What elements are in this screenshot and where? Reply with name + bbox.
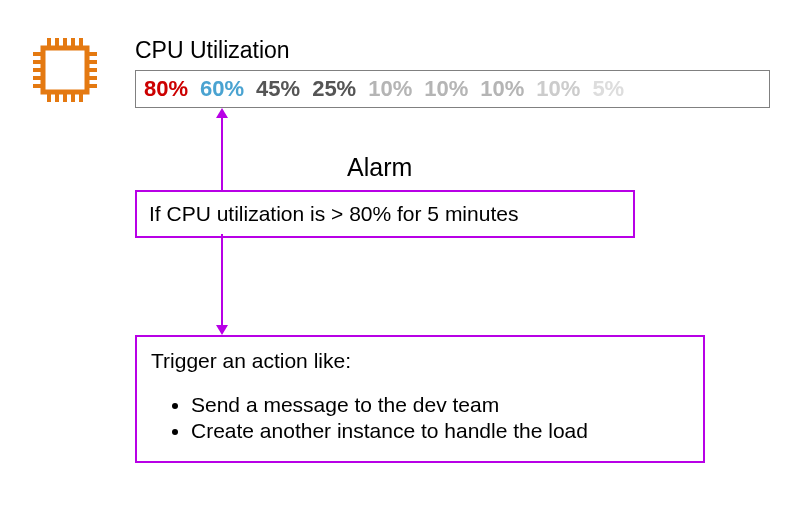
arrow-up-icon bbox=[216, 108, 228, 190]
action-item: Create another instance to handle the lo… bbox=[191, 419, 689, 443]
utilization-box: 80%60%45%25%10%10%10%10%5% bbox=[135, 70, 770, 108]
arrow-down-icon bbox=[216, 234, 228, 335]
utilization-value: 60% bbox=[200, 76, 244, 102]
utilization-value: 10% bbox=[536, 76, 580, 102]
alarm-label: Alarm bbox=[347, 153, 412, 182]
action-intro: Trigger an action like: bbox=[151, 349, 689, 373]
svg-marker-24 bbox=[216, 325, 228, 335]
alarm-condition-text: If CPU utilization is > 80% for 5 minute… bbox=[149, 202, 518, 225]
utilization-value: 10% bbox=[480, 76, 524, 102]
utilization-value: 45% bbox=[256, 76, 300, 102]
action-box: Trigger an action like: Send a message t… bbox=[135, 335, 705, 463]
utilization-value: 25% bbox=[312, 76, 356, 102]
utilization-value: 5% bbox=[592, 76, 624, 102]
utilization-value: 10% bbox=[424, 76, 468, 102]
cpu-chip-icon bbox=[25, 30, 105, 110]
title: CPU Utilization bbox=[135, 37, 290, 64]
svg-marker-22 bbox=[216, 108, 228, 118]
alarm-condition-box: If CPU utilization is > 80% for 5 minute… bbox=[135, 190, 635, 238]
utilization-value: 10% bbox=[368, 76, 412, 102]
action-item: Send a message to the dev team bbox=[191, 393, 689, 417]
utilization-value: 80% bbox=[144, 76, 188, 102]
svg-rect-0 bbox=[43, 48, 87, 92]
